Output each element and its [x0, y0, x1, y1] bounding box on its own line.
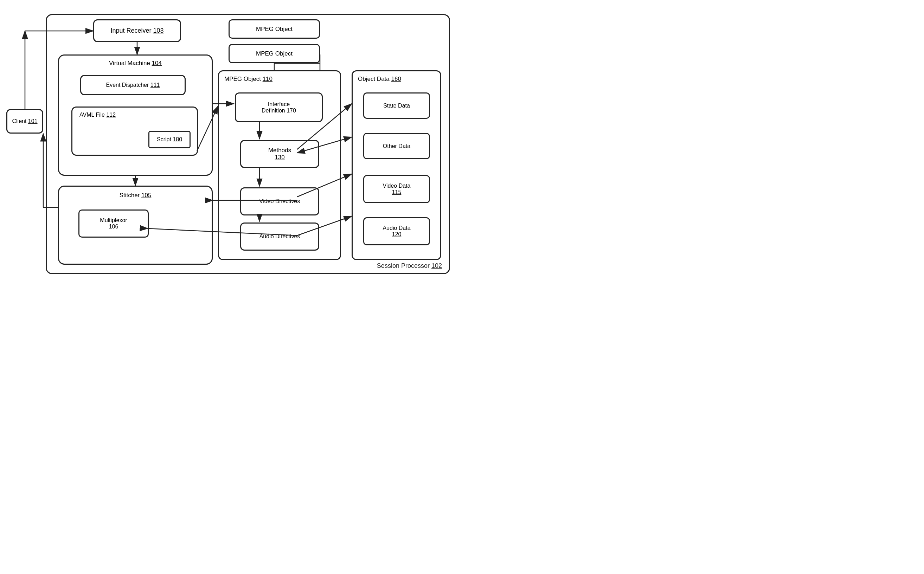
client-label: Client 101: [12, 118, 37, 125]
session-processor-label: Session Processor 102: [377, 262, 442, 270]
input-receiver-label: Input Receiver 103: [110, 27, 164, 35]
methods-box: Methods130: [240, 140, 319, 168]
client-box: Client 101: [6, 109, 43, 134]
multiplexor-box: Multiplexor106: [79, 210, 149, 238]
audio-directives-box: Audio Directives: [240, 222, 319, 251]
event-dispatcher-label: Event Dispatcher 111: [106, 82, 160, 88]
audio-data-label: Audio Data120: [383, 225, 410, 238]
interface-definition-label: InterfaceDefinition 170: [262, 101, 296, 114]
object-data-label: Object Data 160: [358, 76, 401, 83]
mpeg-object-2-label: MPEG Object: [256, 50, 293, 57]
virtual-machine-box: Virtual Machine 104 Event Dispatcher 111…: [58, 55, 213, 176]
audio-data-box: Audio Data120: [363, 217, 430, 245]
mpeg-object-1-box: MPEG Object: [229, 19, 320, 39]
other-data-box: Other Data: [363, 133, 430, 159]
video-directives-label: Video Directives: [260, 198, 300, 205]
video-directives-box: Video Directives: [240, 188, 319, 216]
state-data-box: State Data: [363, 93, 430, 119]
mpeg-object-110-box: MPEG Object 110 InterfaceDefinition 170 …: [218, 70, 341, 260]
avml-file-label: AVML File 112: [79, 112, 116, 118]
event-dispatcher-box: Event Dispatcher 111: [80, 75, 186, 95]
mpeg-object-1-label: MPEG Object: [256, 26, 293, 33]
video-data-box: Video Data115: [363, 175, 430, 203]
mpeg-object-2-box: MPEG Object: [229, 44, 320, 63]
script-label: Script 180: [157, 136, 182, 143]
state-data-label: State Data: [383, 102, 410, 109]
stitcher-box: Stitcher 105 Multiplexor106: [58, 186, 213, 265]
video-data-label: Video Data115: [383, 183, 411, 196]
object-data-box: Object Data 160 State Data Other Data Vi…: [352, 70, 441, 260]
methods-label: Methods130: [268, 147, 291, 161]
mpeg-object-110-label: MPEG Object 110: [224, 76, 273, 83]
other-data-label: Other Data: [383, 143, 410, 150]
avml-file-box: AVML File 112 Script 180: [71, 107, 198, 156]
input-receiver-box: Input Receiver 103: [93, 19, 181, 42]
multiplexor-label: Multiplexor106: [100, 217, 127, 230]
virtual-machine-label: Virtual Machine 104: [59, 60, 212, 67]
diagram-container: Session Processor 102 Client 101 Input R…: [0, 0, 462, 287]
interface-definition-box: InterfaceDefinition 170: [235, 93, 323, 122]
stitcher-label: Stitcher 105: [59, 192, 212, 199]
script-box: Script 180: [148, 131, 191, 148]
audio-directives-label: Audio Directives: [260, 233, 300, 240]
